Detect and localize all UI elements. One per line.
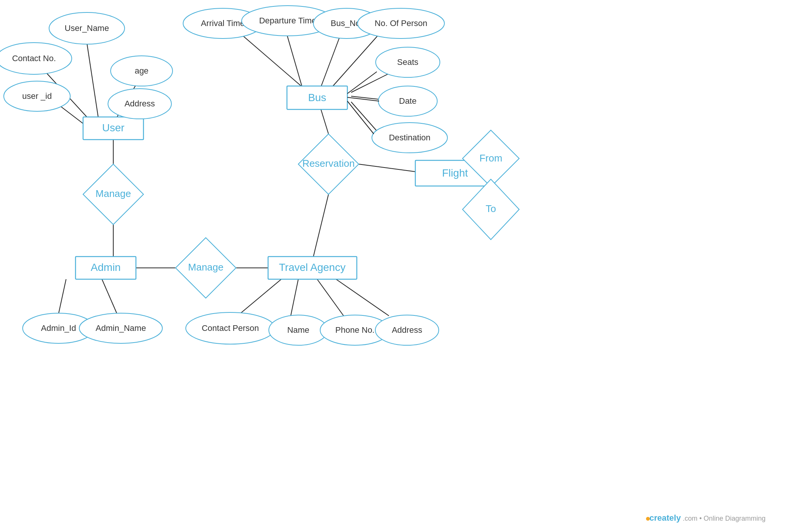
- attr-userid-label: user _id: [22, 91, 52, 101]
- relationship-from-label: From: [480, 152, 503, 164]
- watermark-text: .com • Online Diagramming: [683, 515, 765, 522]
- attr-departure-time-label: Departure Time: [259, 16, 316, 25]
- line-reservation-flight: [359, 164, 415, 172]
- line-bus-destination: [347, 101, 374, 134]
- line-arrivaltime-bus: [242, 35, 302, 87]
- line-seats-bus: [351, 72, 393, 92]
- attr-adminid-label: Admin_Id: [41, 323, 76, 333]
- attr-username-label: User_Name: [65, 23, 109, 33]
- line-busno-bus: [321, 37, 340, 87]
- attr-arrival-time-label: Arrival Time: [201, 18, 245, 28]
- entity-travel-agency-label: Travel Agency: [279, 261, 345, 273]
- line-bus-seats: [347, 72, 377, 94]
- attr-address-ta-label: Address: [392, 325, 423, 335]
- line-ta-contactperson: [240, 279, 281, 314]
- brand-text: creately: [649, 513, 681, 523]
- relationship-manage-admin-label: Manage: [188, 261, 224, 273]
- watermark: creately .com • Online Diagramming: [649, 513, 766, 523]
- attr-contactno-label: Contact No.: [12, 54, 56, 63]
- entity-bus-label: Bus: [308, 92, 326, 103]
- line-username-user: [87, 43, 98, 117]
- attr-no-of-person-label: No. Of Person: [375, 18, 427, 28]
- brand-dot: [646, 517, 650, 521]
- line-destination-bus: [351, 102, 379, 134]
- attr-adminname-label: Admin_Name: [96, 323, 146, 333]
- line-noofperson-bus: [332, 36, 378, 87]
- line-admin-adminid: [59, 279, 66, 314]
- line-admin-adminname: [102, 279, 117, 314]
- entity-user-label: User: [102, 122, 124, 134]
- line-reservation-travelagency: [313, 194, 328, 257]
- attr-seats-label: Seats: [397, 57, 418, 67]
- entity-flight-label: Flight: [442, 167, 468, 179]
- attr-name-ta-label: Name: [287, 325, 310, 335]
- line-ta-name: [291, 279, 298, 316]
- line-departuretime-bus: [287, 35, 302, 87]
- relationship-reservation-label: Reservation: [302, 158, 355, 169]
- attr-address-user-label: Address: [125, 99, 155, 108]
- attr-phone-no-label: Phone No.: [335, 325, 375, 335]
- attr-age-label: age: [135, 66, 149, 75]
- attr-date-label: Date: [399, 96, 416, 106]
- line-bus-reservation: [321, 109, 328, 134]
- relationship-manage-user-label: Manage: [96, 188, 131, 199]
- line-ta-address: [336, 279, 389, 316]
- relationship-to-label: To: [486, 203, 496, 214]
- attr-contact-person-label: Contact Person: [202, 323, 259, 333]
- attr-destination-label: Destination: [389, 133, 430, 142]
- entity-admin-label: Admin: [91, 261, 120, 273]
- line-ta-phoneno: [317, 279, 344, 316]
